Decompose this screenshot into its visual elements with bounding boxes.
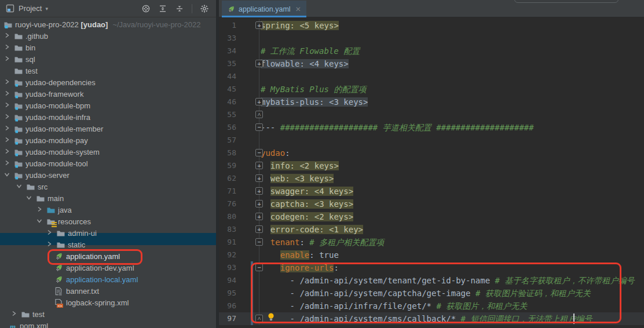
code-line-35[interactable]: 35+flowable: <4 keys> <box>219 57 644 70</box>
tree-item-application-dev-yaml[interactable]: application-dev.yaml <box>0 263 216 274</box>
tree-item-ruoyi-vue-pro-2022[interactable]: ruoyi-vue-pro-2022 [yudao]~/Java/ruoyi-v… <box>0 19 216 31</box>
chevron-down-icon[interactable] <box>16 183 24 192</box>
fold-expand-icon[interactable]: + <box>255 60 263 67</box>
close-icon[interactable]: ✕ <box>295 5 301 13</box>
code-line-44[interactable]: 44 <box>219 70 644 83</box>
code-line-34[interactable]: 34# 工作流 Flowable 配置 <box>219 45 644 57</box>
line-number: 71 <box>219 185 236 198</box>
tree-item-java[interactable]: java <box>0 205 216 216</box>
code-line-33[interactable]: 33 <box>219 32 644 45</box>
fold-collapse-icon[interactable]: − <box>255 123 263 131</box>
code-line-95[interactable]: 95 - /admin-api/system/captcha/get-image… <box>219 287 644 300</box>
tree-item-yudao-server[interactable]: yudao-server <box>0 170 216 181</box>
tree-item-static[interactable]: static <box>0 239 216 251</box>
tree-item-yudao-module-system[interactable]: yudao-module-system <box>0 147 216 158</box>
code-line-97[interactable]: 97˄ - /admin-api/system/sms/callback/* #… <box>219 312 644 325</box>
tree-item-logback-spring-xml[interactable]: <>logback-spring.xml <box>0 297 216 309</box>
chevron-right-icon[interactable] <box>3 148 12 157</box>
chevron-right-icon[interactable] <box>3 90 12 99</box>
fold-collapse-icon[interactable]: − <box>255 264 263 271</box>
fold-expand-icon[interactable]: + <box>255 225 263 233</box>
chevron-right-icon[interactable] <box>3 101 12 111</box>
line-number: 46 <box>219 96 236 108</box>
code-line-93[interactable]: 93− ignore-urls: <box>219 261 644 274</box>
chevron-right-icon[interactable] <box>3 113 12 122</box>
code-line-92[interactable]: 92 enable: true <box>219 249 644 261</box>
intention-bulb-icon[interactable] <box>268 313 275 321</box>
chevron-right-icon[interactable] <box>3 55 12 64</box>
tree-item-resources[interactable]: resources <box>0 216 216 228</box>
tree-item-test[interactable]: test <box>0 309 216 320</box>
fold-collapse-icon[interactable]: − <box>255 149 263 156</box>
fold-expand-icon[interactable]: + <box>255 98 263 105</box>
tree-item-yudao-module-member[interactable]: yudao-module-member <box>0 123 216 135</box>
fold-collapse-icon[interactable]: − <box>255 238 263 246</box>
code-line-96[interactable]: 96 - /admin-api/infra/file/get/* # 获取图片，… <box>219 300 644 312</box>
tree-item--github[interactable]: .github <box>0 31 216 42</box>
chevron-right-icon[interactable] <box>36 206 44 215</box>
tree-item-src[interactable]: src <box>0 181 216 193</box>
fold-expand-icon[interactable]: + <box>255 162 263 169</box>
chevron-right-icon[interactable] <box>46 240 54 250</box>
chevron-down-icon[interactable] <box>3 171 12 180</box>
code-line-83[interactable]: 83+ error-code: <1 key> <box>219 223 644 236</box>
code-line-62[interactable]: 62+ web: <3 keys> <box>219 172 644 185</box>
chevron-right-icon[interactable] <box>3 78 12 88</box>
settings-gear-icon[interactable] <box>200 4 209 13</box>
fold-end-icon[interactable]: ˄ <box>255 315 263 322</box>
chevron-right-icon[interactable] <box>3 159 12 169</box>
code-line-1[interactable]: 1+spring: <5 keys> <box>219 19 644 32</box>
chevron-right-icon[interactable] <box>46 229 54 238</box>
code-line-45[interactable]: 45# MyBatis Plus 的配置项 <box>219 83 644 96</box>
tree-item-yudao-module-tool[interactable]: yudao-module-tool <box>0 158 216 170</box>
tree-item-sql[interactable]: sql <box>0 54 216 65</box>
project-root-folder-icon <box>3 20 13 30</box>
chevron-right-icon[interactable] <box>3 125 12 134</box>
expand-all-icon[interactable] <box>158 4 167 13</box>
fold-expand-icon[interactable]: + <box>255 174 263 182</box>
code-line-94[interactable]: 94 - /admin-api/system/tenant/get-id-by-… <box>219 274 644 287</box>
fold-end-icon[interactable]: ˄ <box>255 111 263 118</box>
fold-expand-icon[interactable]: + <box>255 21 263 29</box>
code-line-59[interactable]: 59+ info: <2 keys> <box>219 159 644 172</box>
code-line-80[interactable]: 80+ codegen: <2 keys> <box>219 210 644 223</box>
chevron-right-icon[interactable] <box>3 43 12 53</box>
tree-item-application-yaml[interactable]: application.yaml <box>0 251 216 263</box>
panel-title[interactable]: Project <box>19 4 42 13</box>
tree-item-yudao-dependencies[interactable]: yudao-dependencies <box>0 77 216 89</box>
tree-item-application-local-yaml[interactable]: application-local.yaml <box>0 274 216 286</box>
code-editor[interactable]: 1+spring: <5 keys>3334# 工作流 Flowable 配置3… <box>219 17 644 328</box>
code-line-56[interactable]: 56−--- #################### 芋道相关配置 #####… <box>219 121 644 134</box>
chevron-right-icon[interactable] <box>3 32 12 41</box>
tab-application-yaml[interactable]: application.yaml ✕ <box>222 1 306 17</box>
fold-expand-icon[interactable]: + <box>255 187 263 195</box>
tree-item-pom-xml[interactable]: mpom.xml <box>0 320 216 328</box>
locate-icon[interactable] <box>141 4 151 13</box>
tree-item-yudao-module-infra[interactable]: yudao-module-infra <box>0 112 216 123</box>
chevron-right-icon[interactable] <box>3 136 12 145</box>
tree-item-banner-txt[interactable]: banner.txt <box>0 286 216 297</box>
code-line-91[interactable]: 91− tenant: # 多租户相关配置项 <box>219 236 644 249</box>
collapse-all-icon[interactable] <box>175 4 184 13</box>
chevron-down-icon[interactable] <box>36 217 44 227</box>
code-line-46[interactable]: 46+mybatis-plus: <3 keys> <box>219 96 644 108</box>
chevron-down-icon[interactable] <box>25 194 34 203</box>
tree-item-yudao-module-bpm[interactable]: yudao-module-bpm <box>0 100 216 112</box>
fold-expand-icon[interactable]: + <box>255 200 263 207</box>
tree-item-main[interactable]: main <box>0 193 216 205</box>
code-line-57[interactable]: 57 <box>219 134 644 147</box>
fold-expand-icon[interactable]: + <box>255 213 263 220</box>
tree-item-admin-ui[interactable]: admin-ui <box>0 228 216 239</box>
tree-item-yudao-module-pay[interactable]: yudao-module-pay <box>0 135 216 147</box>
token-com: # 基于名字获取租户，不许带租户编号 <box>495 276 635 285</box>
code-line-71[interactable]: 71+ swagger: <4 keys> <box>219 185 644 198</box>
code-line-55[interactable]: 55˄ <box>219 108 644 121</box>
code-line-76[interactable]: 76+ captcha: <3 keys> <box>219 198 644 210</box>
chevron-down-icon[interactable]: ▾ <box>45 6 48 12</box>
tree-item-yudao-framework[interactable]: yudao-framework <box>0 89 216 100</box>
chevron-right-icon[interactable] <box>10 310 19 319</box>
tree-item-test[interactable]: test <box>0 65 216 77</box>
code-line-58[interactable]: 58−yudao: <box>219 147 644 159</box>
tree-item-bin[interactable]: bin <box>0 42 216 54</box>
tree-item-label: yudao-framework <box>25 90 83 99</box>
